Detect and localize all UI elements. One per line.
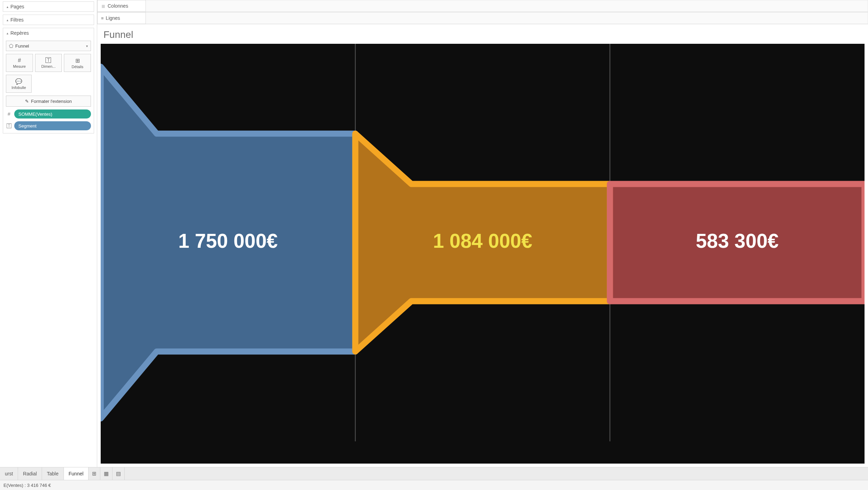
- mark-tooltip-label: Infobulle: [11, 85, 26, 90]
- filters-card: ▴ Filtres: [3, 15, 94, 25]
- columns-label: Colonnes: [108, 3, 128, 9]
- funnel-icon: ⬠: [9, 43, 13, 49]
- collapse-icon: ▴: [7, 31, 8, 35]
- dimension-pill-label: Segment: [18, 123, 36, 129]
- funnel-label: 1 750 000€: [178, 230, 278, 252]
- funnel-viz[interactable]: 1 750 000€1 084 000€583 300€: [101, 44, 865, 464]
- new-worksheet-button[interactable]: ⊞: [89, 467, 100, 480]
- filters-label: Filtres: [10, 17, 24, 23]
- sheet-tab[interactable]: Radial: [18, 467, 42, 480]
- format-extension-button[interactable]: ✎ Formater l'extension: [6, 96, 91, 107]
- status-bar: E(Ventes) : 3 416 746 €: [0, 480, 868, 490]
- format-extension-label: Formater l'extension: [31, 99, 72, 104]
- rows-label: Lignes: [106, 15, 120, 21]
- sheet-tabs-bar: urstRadialTableFunnel ⊞ ▦ ▤: [0, 467, 868, 480]
- side-panel: ▴ Pages ▴ Filtres ▴ Repères ⬠Funnel: [0, 0, 97, 467]
- details-icon: ⊞: [75, 57, 80, 64]
- mark-dimension-button[interactable]: 🅃 Dimen...: [35, 54, 62, 72]
- marks-card-header[interactable]: ▴ Repères: [3, 28, 94, 38]
- mark-dimension-label: Dimen...: [41, 64, 56, 68]
- dimension-pill-row: 🅃 Segment: [6, 121, 91, 130]
- collapse-icon: ▴: [7, 5, 8, 9]
- new-dashboard-button[interactable]: ▦: [100, 467, 112, 480]
- columns-shelf[interactable]: ⫼ Colonnes: [97, 0, 868, 12]
- tooltip-icon: 💬: [15, 78, 22, 85]
- funnel-label: 1 084 000€: [433, 230, 532, 252]
- pages-card-header[interactable]: ▴ Pages: [3, 2, 94, 11]
- marks-label: Repères: [10, 30, 29, 36]
- collapse-icon: ▴: [7, 18, 8, 22]
- measure-pill[interactable]: SOMME(Ventes): [14, 109, 91, 119]
- funnel-label: 583 300€: [696, 230, 779, 252]
- sheet-tab[interactable]: Funnel: [64, 467, 89, 480]
- format-icon: ✎: [25, 99, 29, 104]
- text-icon: 🅃: [6, 123, 12, 129]
- mark-type-dropdown[interactable]: ⬠Funnel ▾: [6, 41, 91, 51]
- mark-details-button[interactable]: ⊞ Détails: [64, 54, 91, 72]
- measure-pill-label: SOMME(Ventes): [18, 112, 52, 117]
- mark-details-label: Détails: [72, 65, 83, 69]
- filters-card-header[interactable]: ▴ Filtres: [3, 15, 94, 25]
- pages-card: ▴ Pages: [3, 1, 94, 12]
- text-icon: 🅃: [45, 57, 51, 64]
- mark-measure-button[interactable]: # Mesure: [6, 54, 33, 72]
- marks-card: ▴ Repères ⬠Funnel ▾ # Mesure 🅃: [3, 28, 94, 133]
- funnel-svg: 1 750 000€1 084 000€583 300€: [101, 44, 865, 441]
- measure-pill-row: # SOMME(Ventes): [6, 109, 91, 119]
- rows-shelf[interactable]: ≡ Lignes: [97, 12, 868, 24]
- hash-icon: #: [18, 57, 21, 64]
- hash-icon: #: [6, 111, 12, 117]
- chevron-down-icon: ▾: [86, 44, 88, 48]
- rows-track[interactable]: [146, 12, 868, 24]
- worksheet-area: ⫼ Colonnes ≡ Lignes Funnel 1 750 000€1 0…: [97, 0, 868, 467]
- viz-title[interactable]: Funnel: [97, 24, 868, 44]
- mark-measure-label: Mesure: [13, 64, 26, 68]
- sheet-tab[interactable]: urst: [0, 467, 18, 480]
- pages-label: Pages: [10, 4, 24, 9]
- columns-icon: ⫼: [101, 3, 106, 9]
- rows-icon: ≡: [101, 16, 104, 21]
- sheet-tab[interactable]: Table: [42, 467, 64, 480]
- shelves: ⫼ Colonnes ≡ Lignes: [97, 0, 868, 24]
- mark-tooltip-button[interactable]: 💬 Infobulle: [6, 75, 32, 93]
- mark-type-value: Funnel: [15, 43, 29, 49]
- status-text: E(Ventes) : 3 416 746 €: [3, 483, 51, 488]
- new-story-button[interactable]: ▤: [112, 467, 125, 480]
- columns-track[interactable]: [146, 0, 868, 12]
- dimension-pill[interactable]: Segment: [14, 121, 91, 130]
